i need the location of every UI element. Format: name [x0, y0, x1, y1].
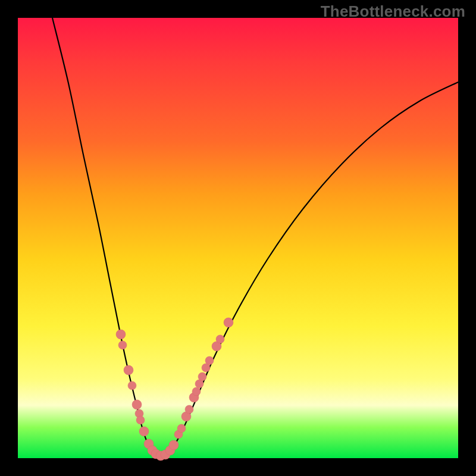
highlight-dot: [185, 405, 193, 414]
curve-left-branch: [52, 18, 161, 457]
highlight-dots: [116, 318, 233, 461]
highlight-dot: [198, 372, 206, 381]
highlight-dot: [124, 365, 133, 375]
curve-svg: [18, 18, 458, 458]
plot-area: [18, 18, 458, 458]
chart-frame: TheBottleneck.com: [0, 0, 476, 476]
highlight-dot: [136, 416, 145, 424]
curve-right-branch: [161, 82, 458, 457]
highlight-dot: [216, 335, 224, 343]
highlight-dot: [169, 440, 178, 450]
highlight-dot: [224, 318, 233, 327]
highlight-dot: [205, 356, 214, 365]
highlight-dot: [118, 341, 127, 349]
highlight-dot: [177, 424, 186, 433]
highlight-dot: [132, 400, 142, 409]
highlight-dot: [128, 381, 136, 390]
highlight-dot: [139, 427, 149, 436]
highlight-dot: [192, 387, 201, 396]
highlight-dot: [116, 330, 126, 339]
